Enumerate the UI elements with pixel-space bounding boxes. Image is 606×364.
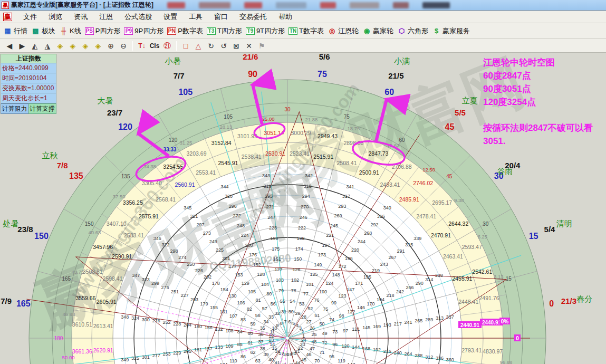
back-icon[interactable]: ◀ (3, 42, 16, 50)
menu-3[interactable]: 江恩 (93, 12, 119, 22)
svg-text:135: 135 (121, 174, 130, 179)
svg-text:2523.41: 2523.41 (290, 150, 310, 157)
toolbar-item-六角形[interactable]: ⬡六角形 (397, 26, 428, 36)
toolbar-item-行情[interactable]: ▦行情 (3, 26, 27, 36)
svg-text:小满: 小满 (393, 56, 410, 65)
toolbar-item-P数字表[interactable]: PNP数字表 (167, 26, 203, 36)
menu-2[interactable]: 资讯 (68, 12, 93, 22)
t-updown-icon[interactable]: T↓ (136, 42, 148, 50)
toolbar-item-江恩轮[interactable]: ◎江恩轮 (328, 26, 359, 36)
menu-6[interactable]: 工具 (183, 12, 208, 22)
calc-support-button[interactable]: 计算支撑 (28, 103, 56, 114)
rect-tool-icon[interactable]: □ (179, 42, 192, 50)
cls-button[interactable]: Cls (148, 42, 161, 50)
svg-text:3.13: 3.13 (494, 274, 504, 280)
center-tool-icon[interactable]: ✕ (243, 42, 255, 50)
menu-1[interactable]: 浏览 (43, 12, 68, 22)
svg-text:100: 100 (319, 289, 327, 294)
svg-text:26: 26 (310, 325, 315, 331)
triangle-tool-icon[interactable]: △ (192, 42, 205, 50)
toolbar-item-9T四方形[interactable]: T99T四方形 (246, 26, 285, 36)
menu-4[interactable]: 公式选股 (119, 12, 158, 22)
step-up-icon[interactable]: ◈ (79, 42, 92, 50)
xbox-tool-icon[interactable]: ⊠ (230, 42, 243, 50)
svg-text:75: 75 (318, 70, 327, 79)
svg-text:145: 145 (362, 325, 370, 330)
p9-icon: P9 (124, 27, 133, 35)
svg-text:220: 220 (351, 247, 359, 253)
svg-text:7: 7 (284, 319, 286, 324)
menu-0[interactable]: 文件 (17, 12, 43, 22)
svg-text:21.88: 21.88 (305, 117, 318, 122)
toolbar-item-P四方形[interactable]: PSP四方形 (85, 26, 121, 36)
flag-tool-icon[interactable]: ⚑ (255, 42, 268, 50)
menu-7[interactable]: 窗口 (208, 12, 234, 22)
svg-text:46.88: 46.88 (63, 311, 75, 317)
step-right-icon[interactable]: ◈ (66, 42, 79, 50)
svg-text:290: 290 (416, 281, 424, 286)
zoom-in-icon[interactable]: ⊕ (104, 42, 117, 50)
calendar-icon[interactable]: ㉑ (161, 42, 174, 50)
svg-text:3152.84: 3152.84 (211, 140, 232, 146)
forward-icon[interactable]: ▶ (16, 42, 28, 50)
svg-text:107: 107 (229, 313, 237, 319)
svg-text:109: 109 (225, 343, 233, 349)
svg-text:处暑: 处暑 (3, 219, 18, 228)
toolbar-item-板块[interactable]: ▩板块 (31, 26, 55, 36)
svg-text:249: 249 (209, 239, 217, 244)
toolbar-item-赢家轮[interactable]: ◉赢家轮 (362, 26, 393, 36)
svg-text:194: 194 (377, 297, 384, 302)
rotate-right-tri-icon[interactable]: ◮ (41, 42, 54, 50)
toolbar-item-T数字表[interactable]: TNT数字表 (288, 26, 324, 36)
svg-text:245: 245 (330, 223, 338, 228)
svg-text:105: 105 (224, 114, 233, 120)
svg-text:45: 45 (301, 357, 306, 362)
menu-bar: 赢 文件浏览资讯江恩公式选股设置工具窗口交易委托帮助 (0, 11, 606, 23)
svg-text:103: 103 (276, 277, 284, 283)
toolbar-item-label: 9T四方形 (256, 26, 285, 36)
svg-text:15: 15 (506, 276, 512, 282)
svg-text:2508.41: 2508.41 (337, 160, 357, 166)
svg-text:144: 144 (352, 344, 360, 350)
toolbar-item-赢家服务[interactable]: $赢家服务 (432, 26, 470, 36)
svg-text:74: 74 (329, 317, 334, 322)
svg-text:2847.73: 2847.73 (369, 150, 389, 157)
toolbar-item-T四方形[interactable]: T3T四方形 (207, 26, 242, 36)
svg-text:149: 149 (314, 262, 322, 267)
svg-text:2620.91: 2620.91 (93, 347, 113, 353)
toolbar-item-9P四方形[interactable]: P99P四方形 (124, 26, 163, 36)
calc-resistance-button[interactable]: 计算阻力 (1, 103, 28, 114)
svg-text:120: 120 (118, 122, 132, 131)
svg-text:110: 110 (229, 358, 237, 363)
svg-text:123: 123 (338, 293, 346, 299)
menu-5[interactable]: 设置 (158, 12, 183, 22)
toolbar-item-K线[interactable]: ╫K线 (59, 26, 81, 36)
svg-text:125: 125 (310, 272, 318, 277)
svg-text:173: 173 (318, 252, 326, 257)
svg-text:275: 275 (161, 285, 169, 290)
step-down-icon[interactable]: ◈ (92, 42, 104, 50)
svg-text:203: 203 (190, 297, 198, 302)
rotate-left-tri-icon[interactable]: ◭ (28, 42, 41, 50)
rotate-ccw-icon[interactable]: ↺ (217, 42, 230, 50)
t3-icon: T3 (207, 27, 216, 35)
svg-text:2598.41: 2598.41 (103, 275, 123, 282)
svg-text:3254.55: 3254.55 (163, 164, 183, 170)
sector-grid-icon: ▩ (31, 27, 40, 35)
svg-text:318: 318 (303, 184, 311, 189)
svg-text:12.50: 12.50 (422, 167, 435, 173)
svg-text:222: 222 (298, 225, 306, 231)
toolbar-item-label: 行情 (14, 26, 27, 36)
svg-text:147: 147 (347, 287, 354, 292)
svg-text:180: 180 (54, 336, 63, 341)
app-logo-icon: 赢 (2, 2, 9, 9)
menu-9[interactable]: 帮助 (273, 12, 298, 22)
menu-8[interactable]: 交易委托 (234, 12, 273, 22)
service-icon: $ (432, 27, 441, 35)
rotate-cw-icon[interactable]: ↻ (205, 42, 217, 50)
svg-text:345: 345 (184, 205, 191, 210)
zoom-out-icon[interactable]: ⊖ (117, 42, 130, 50)
window-title: 赢家江恩专业版[赢家服务平台] - [上证指数 江恩轮] (11, 1, 153, 9)
svg-text:53: 53 (299, 301, 304, 306)
step-left-icon[interactable]: ◈ (54, 42, 66, 50)
